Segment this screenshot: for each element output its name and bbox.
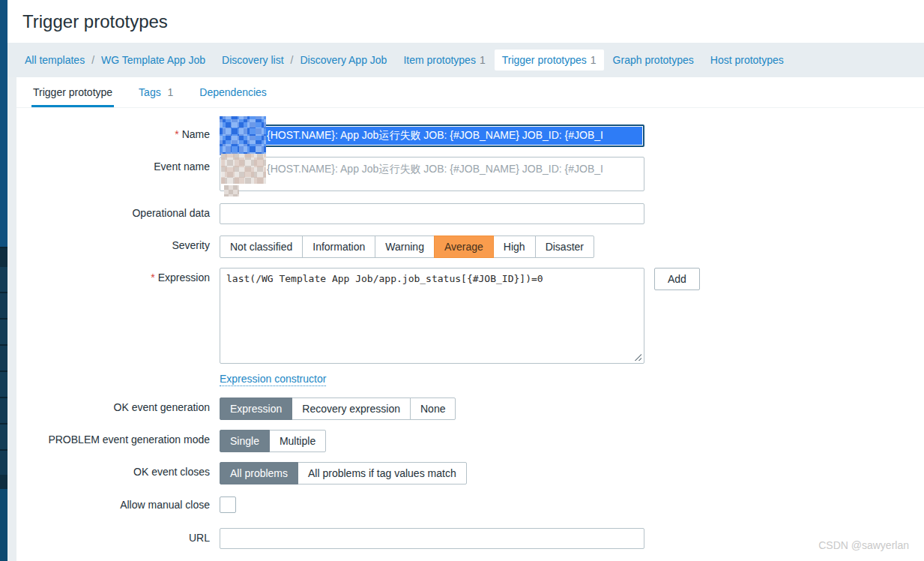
trigger-form: *Name {HOST.NAME}: App Job运行失败 JOB: {#JO… [16, 108, 924, 561]
event-name-label: Event name [16, 157, 210, 172]
row-severity: Severity Not classified Information Warn… [16, 236, 924, 258]
ok-event-recovery-expression-button[interactable]: Recovery expression [292, 398, 411, 420]
censored-mosaic [220, 116, 266, 155]
ok-event-closes-label: OK event closes [16, 462, 210, 478]
ok-event-none-button[interactable]: None [410, 398, 456, 420]
breadcrumb-separator: / [291, 54, 294, 66]
expression-constructor-link[interactable]: Expression constructor [220, 373, 326, 386]
censored-mosaic [221, 154, 266, 184]
tags-count: 1 [168, 86, 174, 98]
severity-average-button[interactable]: Average [434, 236, 494, 258]
name-label: *Name [16, 124, 210, 140]
expression-label: *Expression [16, 268, 210, 284]
expression-textarea[interactable]: last(/WG Template App Job/app.job_status… [220, 268, 644, 364]
tab-dependencies[interactable]: Dependencies [198, 77, 268, 107]
page-title: Trigger prototypes [7, 0, 924, 32]
severity-label: Severity [16, 236, 210, 251]
row-expression: *Expression last(/WG Template App Job/ap… [16, 268, 924, 386]
allow-manual-close-label: Allow manual close [16, 496, 210, 511]
closes-all-problems-tag-match-button[interactable]: All problems if tag values match [298, 462, 467, 484]
breadcrumb-separator: / [91, 54, 94, 66]
ok-event-closes-segmented-control: All problems All problems if tag values … [220, 462, 467, 484]
breadcrumb-graph-prototypes[interactable]: Graph prototypes [613, 54, 694, 66]
closes-all-problems-button[interactable]: All problems [220, 462, 298, 484]
name-selected-text: {HOST.NAME}: App Job运行失败 JOB: {#JOB_NAME… [222, 127, 642, 145]
row-event-name: Event name {HOST.NAME}: App Job运行失败 JOB:… [16, 157, 924, 191]
ok-event-generation-label: OK event generation [16, 398, 210, 413]
url-label: URL [16, 528, 210, 544]
operational-data-input[interactable] [220, 203, 644, 224]
breadcrumb-discovery-rule[interactable]: Discovery App Job [300, 54, 387, 66]
row-problem-event-generation-mode: PROBLEM event generation mode Single Mul… [16, 430, 924, 452]
url-input[interactable] [220, 528, 644, 549]
breadcrumb-discovery-list[interactable]: Discovery list [222, 54, 283, 66]
row-allow-manual-close: Allow manual close [16, 496, 924, 515]
severity-information-button[interactable]: Information [302, 236, 375, 258]
problem-mode-multiple-button[interactable]: Multiple [269, 430, 326, 452]
breadcrumb-trigger-prototypes-active[interactable]: Trigger prototypes 1 [495, 50, 604, 70]
required-marker: * [175, 128, 178, 140]
row-url: URL [16, 528, 924, 549]
operational-data-label: Operational data [16, 203, 210, 219]
problem-mode-segmented-control: Single Multiple [220, 430, 326, 452]
event-name-text: {HOST.NAME}: App Job运行失败 JOB: {#JOB_NAME… [267, 163, 641, 176]
row-ok-event-closes: OK event closes All problems All problem… [16, 462, 924, 484]
form-tabs: Trigger prototype Tags 1 Dependencies [16, 77, 924, 108]
name-input[interactable]: {HOST.NAME}: App Job运行失败 JOB: {#JOB_NAME… [220, 124, 644, 147]
tab-trigger-prototype[interactable]: Trigger prototype [31, 77, 114, 107]
tab-tags[interactable]: Tags 1 [137, 77, 175, 107]
problem-event-generation-mode-label: PROBLEM event generation mode [16, 430, 210, 446]
item-prototypes-count: 1 [480, 54, 486, 66]
row-ok-event-generation: OK event generation Expression Recovery … [16, 398, 924, 420]
row-operational-data: Operational data [16, 203, 924, 224]
breadcrumb-template[interactable]: WG Template App Job [101, 54, 205, 66]
censored-mosaic [224, 185, 239, 196]
sidebar-menu[interactable] [0, 0, 7, 561]
required-marker: * [151, 272, 154, 284]
problem-mode-single-button[interactable]: Single [220, 430, 270, 452]
breadcrumb-host-prototypes[interactable]: Host prototypes [710, 54, 784, 66]
severity-not-classified-button[interactable]: Not classified [220, 236, 303, 258]
main-content: Trigger prototype Tags 1 Dependencies *N… [16, 77, 924, 561]
breadcrumb: All templates / WG Template App Job Disc… [7, 43, 924, 77]
event-name-input[interactable]: {HOST.NAME}: App Job运行失败 JOB: {#JOB_NAME… [220, 157, 644, 191]
allow-manual-close-checkbox[interactable] [220, 496, 236, 513]
breadcrumb-all-templates[interactable]: All templates [25, 54, 85, 66]
expression-add-button[interactable]: Add [654, 268, 700, 290]
breadcrumb-item-prototypes[interactable]: Item prototypes [403, 54, 476, 66]
ok-event-expression-button[interactable]: Expression [220, 398, 292, 420]
severity-segmented-control: Not classified Information Warning Avera… [220, 236, 594, 258]
trigger-prototypes-count: 1 [591, 54, 597, 66]
severity-warning-button[interactable]: Warning [375, 236, 435, 258]
severity-disaster-button[interactable]: Disaster [535, 236, 594, 258]
page-header: Trigger prototypes [7, 0, 924, 43]
severity-high-button[interactable]: High [493, 236, 536, 258]
ok-event-generation-segmented-control: Expression Recovery expression None [220, 398, 456, 420]
watermark: CSDN @sawyerlan [818, 539, 909, 551]
row-name: *Name {HOST.NAME}: App Job运行失败 JOB: {#JO… [16, 124, 924, 147]
